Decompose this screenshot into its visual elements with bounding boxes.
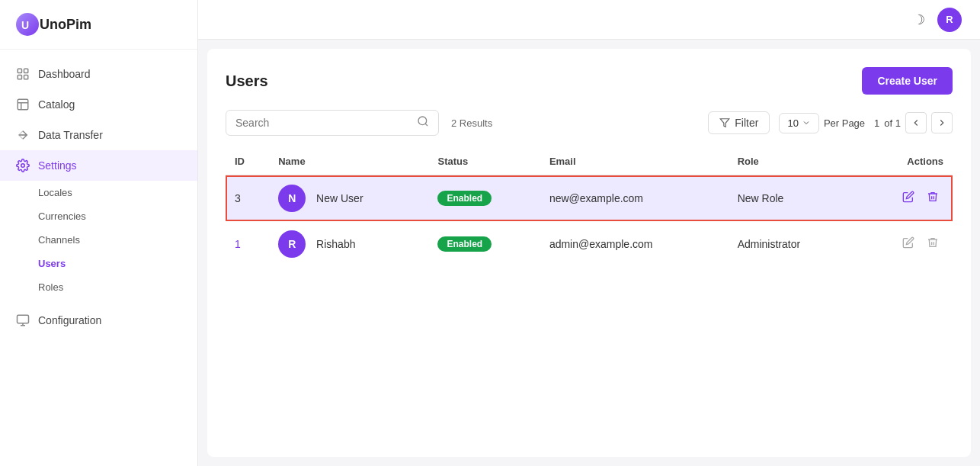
sidebar-sub-currencies[interactable]: Currencies [0,204,197,228]
sidebar-item-data-transfer-label: Data Transfer [38,129,103,141]
page-content-area: Users Create User 2 Results [207,49,971,457]
row1-status-badge: Enabled [437,191,492,206]
configuration-icon [15,313,30,328]
sidebar-sub-roles-label: Roles [38,281,63,293]
results-count: 2 Results [451,117,492,129]
col-actions: Actions [853,148,953,175]
svg-rect-3 [24,69,28,72]
row1-avatar: N [278,185,306,212]
chevron-down-icon [802,118,811,127]
table-header: ID Name Status Email Role Actions [226,148,953,175]
filter-button[interactable]: Filter [708,111,770,134]
trash-icon [927,191,939,203]
filter-label: Filter [735,117,758,129]
sidebar-item-dashboard[interactable]: Dashboard [0,59,197,89]
row1-role: New Role [729,175,854,222]
data-transfer-icon [15,127,30,143]
row1-id: 3 [226,175,269,222]
per-page-dropdown[interactable]: 10 [779,113,818,133]
page-current: 1 [874,117,879,129]
sidebar-item-catalog[interactable]: Catalog [0,89,197,120]
row2-name-cell: R Rishabh [269,221,428,267]
row2-avatar: R [278,230,306,258]
table-row: 1 R Rishabh Enabled admin@example.com Ad… [226,221,953,267]
row1-actions [853,175,953,222]
nav-menu: Dashboard Catalog Data Transfer [0,50,197,466]
settings-icon [15,158,30,173]
row2-email: admin@example.com [540,221,729,267]
row1-delete-button[interactable] [922,188,943,209]
row1-status-cell: Enabled [428,175,540,222]
filter-icon [719,117,730,128]
col-status: Status [428,148,540,175]
chevron-left-icon [911,117,921,128]
sidebar-item-catalog-label: Catalog [38,98,75,111]
search-box [226,110,439,136]
logo-area: U UnoPim [0,0,197,50]
page-title: Users [226,72,268,90]
sidebar-sub-roles[interactable]: Roles [0,275,197,299]
chevron-right-icon [937,117,947,128]
svg-point-7 [21,164,25,168]
col-email: Email [540,148,729,175]
sidebar-sub-locales-label: Locales [38,187,72,198]
row1-name-cell: N New User [269,175,428,222]
trash-icon [927,236,939,249]
pagination: 1 of 1 [874,112,953,133]
svg-text:U: U [21,19,29,31]
per-page-value: 10 [787,117,798,129]
col-name: Name [269,148,428,175]
sidebar-sub-users-label: Users [38,258,66,269]
col-role: Role [729,148,854,175]
svg-rect-4 [18,76,21,79]
svg-rect-6 [18,99,28,110]
col-id: ID [226,148,269,175]
user-avatar-button[interactable]: R [937,8,962,32]
row2-role: Administrator [729,221,854,267]
create-user-button[interactable]: Create User [862,67,953,95]
sidebar-item-settings-label: Settings [38,159,77,172]
sidebar-item-configuration-label: Configuration [38,314,101,326]
toolbar: 2 Results Filter 10 Per Pag [226,110,953,136]
dark-mode-toggle[interactable]: ☽ [910,11,928,29]
svg-rect-5 [24,76,28,79]
toolbar-right: Filter 10 Per Page 1 of 1 [708,111,953,134]
sidebar-item-configuration[interactable]: Configuration [0,305,197,336]
pagination-next-button[interactable] [931,112,953,133]
users-table: ID Name Status Email Role Actions 3 N Ne [226,148,953,267]
sidebar-sub-locales[interactable]: Locales [0,181,197,204]
edit-icon [902,236,914,249]
main-content: ☽ R Users Create User 2 Results [198,0,980,466]
toolbar-left: 2 Results [226,110,492,136]
sidebar-sub-channels[interactable]: Channels [0,228,197,252]
sidebar-sub-currencies-label: Currencies [38,211,86,222]
svg-marker-10 [720,119,729,127]
sidebar-sub-channels-label: Channels [38,234,80,246]
sidebar-item-data-transfer[interactable]: Data Transfer [0,120,197,150]
dashboard-icon [15,66,30,82]
logo-text: UnoPim [40,17,91,33]
sidebar-sub-users[interactable]: Users [0,252,197,275]
pagination-prev-button[interactable] [905,112,927,133]
row2-id-link[interactable]: 1 [235,238,241,250]
row2-status-cell: Enabled [428,221,540,267]
catalog-icon [15,97,30,112]
sidebar-item-dashboard-label: Dashboard [38,68,91,80]
svg-rect-8 [18,315,29,323]
row1-edit-button[interactable] [898,188,919,209]
row1-name: New User [316,192,363,204]
edit-icon [902,191,914,203]
logo-icon: U [15,12,40,37]
sidebar-item-settings[interactable]: Settings [0,150,197,181]
topbar: ☽ R [198,0,980,40]
row1-email: new@example.com [540,175,729,222]
per-page-select: 10 Per Page [779,113,865,133]
page-header: Users Create User [226,67,953,95]
row2-edit-button[interactable] [898,233,919,255]
row2-delete-button[interactable] [922,233,943,255]
row2-name: Rishabh [316,238,355,250]
search-input[interactable] [235,117,411,129]
row2-actions [853,221,953,267]
per-page-label: Per Page [824,117,865,129]
svg-point-9 [418,117,427,125]
